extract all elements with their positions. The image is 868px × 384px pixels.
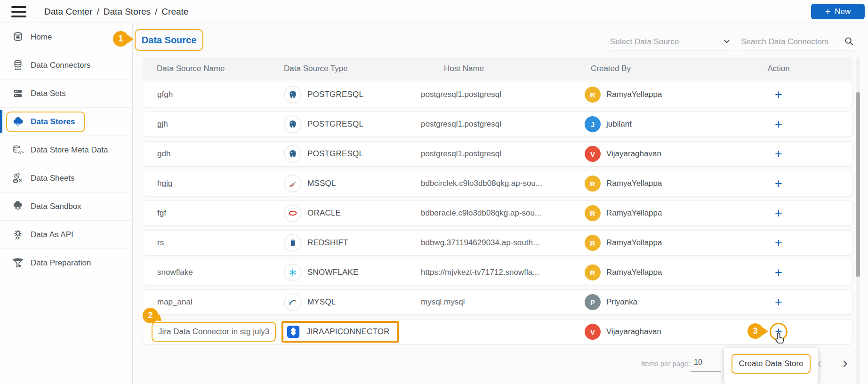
chevron-right-icon[interactable]: › [843,354,848,371]
page-title: Data Source [142,35,197,46]
sidebar-item-label: Data Stores [31,117,75,127]
breadcrumb-data-stores[interactable]: Data Stores [104,7,151,17]
annotation-step-1-badge: 1 [113,31,129,47]
sidebar: Home Data Connectors Data Sets [0,23,133,384]
cell-data-source-name: gjh [157,120,284,129]
sidebar-item[interactable]: Data Sandbox [0,192,132,221]
avatar: P [585,294,601,310]
sidebar-item[interactable]: Data Sets [0,80,132,108]
sidebar-item-icon [12,201,24,212]
data-source-type-icon [284,86,301,103]
add-action-button[interactable]: + [775,148,782,160]
hamburger-menu-icon[interactable] [11,6,26,17]
add-action-button[interactable]: + [775,296,782,309]
data-source-type-icon [284,205,301,222]
select-data-source-input[interactable] [609,33,733,50]
cell-data-source-type: POSTGRESQL [284,145,421,162]
creator-name: RamyaYellappa [606,90,662,99]
column-header-data-source-name: Data Source Name [157,64,284,73]
add-action-button[interactable]: + [775,237,782,249]
creator-name: Priyanka [606,297,637,307]
creator-name: Vijayaraghavan [606,327,661,336]
sidebar-item-label: Data As API [31,230,73,240]
cell-data-source-name: rs [157,238,284,248]
creator-name: RamyaYellappa [606,208,662,218]
table-row: fgf ORACLE bdboracle.c9lo3db08qkg.ap-sou… [143,200,852,226]
cell-host-name: postgresql1.postgresql [421,90,581,99]
topbar-divider [34,5,34,18]
select-data-source-dropdown[interactable] [609,33,733,50]
sidebar-item[interactable]: Data Sheets [0,164,132,192]
cell-created-by: P Priyanka [581,294,736,310]
sidebar-item-label: Data Preparation [31,258,91,268]
cell-data-source-name: fgf [157,208,284,218]
scrollbar-thumb[interactable] [856,92,860,277]
data-source-type-label: MSSQL [307,179,336,188]
cell-created-by: R RamyaYellappa [581,205,736,221]
data-source-type-icon [284,294,301,311]
add-action-button[interactable]: + [775,88,782,101]
cell-action: + [736,207,852,220]
screen: Data Center / Data Stores / Create + New… [0,0,868,384]
avatar: R [585,235,601,251]
table-body: gfgh POSTGRESQL postgresql1.postgresql R… [143,82,852,344]
cell-data-source-type: ORACLE [284,205,421,222]
sidebar-item[interactable]: Data Preparation [0,249,132,277]
data-source-name: gdh [157,149,170,158]
data-source-name: rs [157,238,164,247]
items-per-page-label: Items per page: [641,360,690,368]
cell-action: + [736,237,852,249]
data-source-name: map_anal [157,297,193,306]
breadcrumb-data-center[interactable]: Data Center [44,7,92,17]
data-source-type-label: POSTGRESQL [307,149,363,159]
new-button[interactable]: + New [811,4,865,19]
plus-icon: + [775,266,782,279]
search-input[interactable] [740,33,855,50]
cell-host-name: postgresql1.postgresql [421,149,581,159]
add-action-button[interactable]: + [775,118,782,131]
avatar: R [585,87,601,103]
creator-name: Vijayaraghavan [606,149,661,159]
avatar: R [585,264,601,280]
data-source-name: hgjg [157,179,172,188]
cell-data-source-name: gdh [157,149,284,159]
cell-action: + [736,118,852,131]
column-header-data-source-type: Data Source Type [284,64,420,73]
sidebar-item-icon [12,229,24,240]
table-row: rs REDSHIFT bdbwg.371194629034.ap-south.… [143,230,852,256]
cell-host-name: bdboracle.c9lo3db08qkg.ap-sou... [421,208,581,218]
sidebar-item-icon [12,88,24,99]
cell-host-name: bdbwg.371194629034.ap-south... [421,238,581,248]
sidebar-item[interactable]: Data Stores [0,108,132,136]
items-per-page-value[interactable]: 10 [694,358,702,367]
creator-name: jubilant [606,120,632,129]
plus-icon: + [775,118,782,131]
sidebar-item[interactable]: Data Store Meta Data [0,136,132,164]
add-action-button[interactable]: + [775,266,782,279]
creator-name: RamyaYellappa [606,238,662,248]
data-source-name: fgf [157,208,166,217]
plus-icon: + [825,7,831,16]
cell-action: + [736,177,852,190]
sidebar-item-label: Data Connectors [31,61,91,70]
table-row: gjh POSTGRESQL postgresql1.postgresql J … [143,112,852,137]
annotation-box-title: Data Source [135,29,203,51]
create-data-store-button[interactable]: Create Data Store [731,354,811,374]
sidebar-item-icon [12,60,24,71]
search-icon[interactable] [844,36,854,46]
sidebar-item[interactable]: Data As API [0,221,132,249]
chevron-down-icon[interactable] [723,38,731,45]
sidebar-item-label: Home [31,32,52,42]
add-action-button[interactable]: + [775,207,782,220]
add-action-button[interactable]: + [775,177,782,190]
cell-created-by: R RamyaYellappa [581,87,736,103]
cell-action: + [736,296,852,309]
data-source-name: gfgh [157,90,173,99]
sidebar-item[interactable]: Data Connectors [0,51,132,80]
column-header-action: Action [736,64,852,73]
avatar: V [585,324,601,340]
sidebar-item[interactable]: Home [0,23,132,51]
breadcrumb: Data Center / Data Stores / Create [44,0,188,23]
hand-cursor-icon [773,332,787,346]
search-connectors-field[interactable] [740,33,855,50]
